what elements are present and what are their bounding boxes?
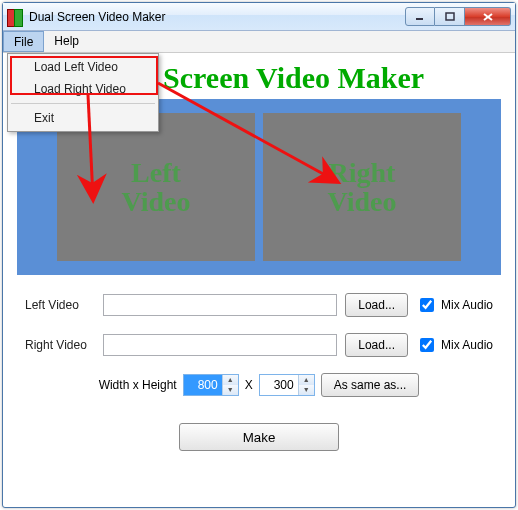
menu-load-right-video[interactable]: Load Right Video: [10, 78, 156, 100]
file-dropdown: Load Left Video Load Right Video Exit: [7, 53, 159, 132]
close-icon: [482, 12, 494, 22]
load-right-button[interactable]: Load...: [345, 333, 408, 357]
menu-exit[interactable]: Exit: [10, 107, 156, 129]
height-spin-buttons[interactable]: ▲ ▼: [298, 375, 314, 395]
width-spin-buttons[interactable]: ▲ ▼: [222, 375, 238, 395]
left-video-input[interactable]: [103, 294, 337, 316]
mix-audio-right-label: Mix Audio: [441, 338, 493, 352]
titlebar: Dual Screen Video Maker: [3, 3, 515, 31]
right-video-input[interactable]: [103, 334, 337, 356]
left-slot-line1: Left: [131, 158, 181, 187]
menu-separator: [11, 103, 155, 104]
mix-audio-right[interactable]: Mix Audio: [416, 335, 493, 355]
right-video-slot[interactable]: Right Video: [263, 113, 461, 261]
app-window: Dual Screen Video Maker File Help Load L…: [2, 2, 516, 508]
menubar: File Help: [3, 31, 515, 53]
dimensions-label: Width x Height: [99, 378, 177, 392]
left-video-label: Left Video: [25, 298, 95, 312]
maximize-button[interactable]: [435, 7, 465, 26]
minimize-button[interactable]: [405, 7, 435, 26]
width-input[interactable]: [184, 375, 222, 395]
height-spinner[interactable]: ▲ ▼: [259, 374, 315, 396]
times-label: X: [245, 378, 253, 392]
load-left-button[interactable]: Load...: [345, 293, 408, 317]
as-same-as-button[interactable]: As same as...: [321, 373, 420, 397]
form: Left Video Load... Mix Audio Right Video…: [3, 275, 515, 451]
window-title: Dual Screen Video Maker: [29, 10, 166, 24]
menu-file[interactable]: File: [3, 31, 44, 52]
minimize-icon: [415, 12, 425, 22]
dimensions-row: Width x Height ▲ ▼ X ▲ ▼ As same a: [25, 373, 493, 397]
height-down-icon[interactable]: ▼: [299, 385, 314, 395]
mix-audio-right-checkbox[interactable]: [420, 338, 434, 352]
make-button[interactable]: Make: [179, 423, 339, 451]
right-video-row: Right Video Load... Mix Audio: [25, 333, 493, 357]
left-video-slot[interactable]: Left Video: [57, 113, 255, 261]
width-down-icon[interactable]: ▼: [223, 385, 238, 395]
menu-load-left-video[interactable]: Load Left Video: [10, 56, 156, 78]
close-button[interactable]: [465, 7, 511, 26]
svg-rect-1: [446, 13, 454, 20]
app-icon: [7, 9, 23, 25]
width-spinner[interactable]: ▲ ▼: [183, 374, 239, 396]
height-up-icon[interactable]: ▲: [299, 375, 314, 385]
left-video-row: Left Video Load... Mix Audio: [25, 293, 493, 317]
window-controls: [405, 7, 511, 26]
right-video-label: Right Video: [25, 338, 95, 352]
mix-audio-left-label: Mix Audio: [441, 298, 493, 312]
width-up-icon[interactable]: ▲: [223, 375, 238, 385]
right-slot-line1: Right: [329, 158, 396, 187]
mix-audio-left-checkbox[interactable]: [420, 298, 434, 312]
right-slot-line2: Video: [328, 187, 397, 216]
left-slot-line2: Video: [122, 187, 191, 216]
maximize-icon: [445, 12, 455, 22]
menu-help[interactable]: Help: [44, 31, 89, 52]
mix-audio-left[interactable]: Mix Audio: [416, 295, 493, 315]
height-input[interactable]: [260, 375, 298, 395]
make-row: Make: [25, 423, 493, 451]
